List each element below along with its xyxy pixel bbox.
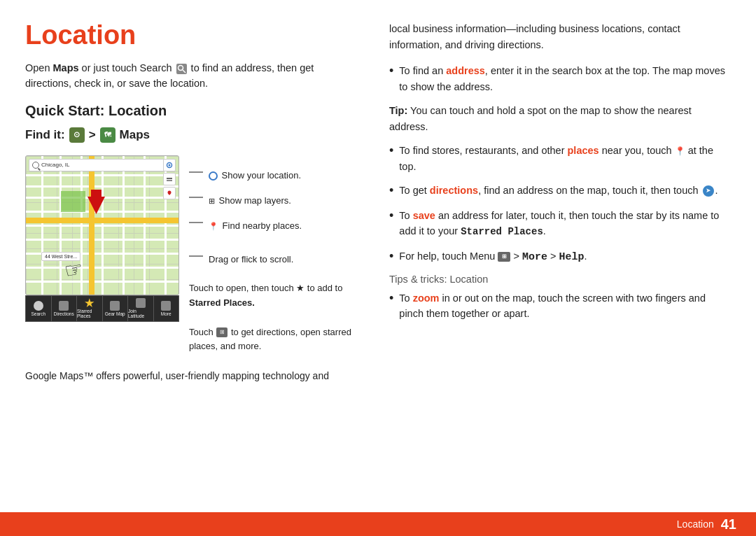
svg-point-4 xyxy=(169,164,171,166)
svg-rect-5 xyxy=(167,178,172,179)
bottom-bar-label: Location xyxy=(677,519,714,530)
home-icon: ⊙ xyxy=(69,127,85,143)
annotation-layers-text: ⊞ Show map layers. xyxy=(209,195,291,207)
map-image-area: Chicago, IL xyxy=(25,155,179,323)
maps-bold: Maps xyxy=(53,62,79,73)
toolbar-gear-label: Gear Map xyxy=(105,311,125,316)
bullet-address: • To find an address, enter it in the se… xyxy=(389,63,731,94)
bullet-list-2: • To find stores, restaurants, and other… xyxy=(389,143,731,265)
toolbar-more-icon xyxy=(161,301,171,311)
chevron-right: > xyxy=(89,128,96,142)
annotation-location: Show your location. xyxy=(189,169,361,182)
annotation-touch-open: Touch to open, then touch ★ to add to St… xyxy=(189,281,361,309)
toolbar-latitude-label: Join Latitude xyxy=(128,309,153,318)
grid-icon: ⊞ xyxy=(216,327,227,337)
bullet-dot-2: • xyxy=(389,143,393,174)
layers-icon: ⊞ xyxy=(209,196,215,206)
maps-label: Maps xyxy=(120,128,150,142)
bullet-help: • For help, touch Menu ⊞ > More > Help. xyxy=(389,248,731,265)
bullet-help-text: For help, touch Menu ⊞ > More > Help. xyxy=(399,248,587,265)
map-toolbar: Search Directions Starred Places Gear Ma… xyxy=(25,295,179,322)
help-mono: Help xyxy=(559,251,584,263)
toolbar-search[interactable]: Search xyxy=(26,296,52,321)
annotation-dash-3 xyxy=(189,222,203,223)
toolbar-directions-label: Directions xyxy=(54,311,74,316)
toolbar-more[interactable]: More xyxy=(154,296,179,321)
bullet-list: • To find an address, enter it in the se… xyxy=(389,63,731,94)
bullet-list-3: • To zoom in or out on the map, touch th… xyxy=(389,290,731,322)
map-search-icon xyxy=(32,162,39,169)
location-btn[interactable] xyxy=(163,159,176,171)
find-it-label: Find it: xyxy=(25,128,65,142)
starred-places-label: Starred Places. xyxy=(189,297,255,308)
toolbar-gear[interactable]: Gear Map xyxy=(103,296,129,321)
bullet-dot-5: • xyxy=(389,248,393,265)
google-maps-text: Google Maps™ offers powerful, user-frien… xyxy=(25,369,361,384)
map-address-label: 44 West Stre... xyxy=(41,252,80,261)
toolbar-gear-icon xyxy=(110,301,120,311)
toolbar-starred-icon xyxy=(85,298,94,308)
bottom-bar-page-number: 41 xyxy=(721,516,736,533)
toolbar-search-icon xyxy=(34,301,43,311)
bullet-directions: • To get directions, find an address on … xyxy=(389,183,731,199)
tip-section: Tip: You can touch and hold a spot on th… xyxy=(389,103,731,134)
map-mock: Chicago, IL xyxy=(25,155,179,295)
map-top-icons xyxy=(163,159,176,199)
toolbar-latitude[interactable]: Join Latitude xyxy=(128,296,154,321)
bullet-directions-text: To get directions, find an address on th… xyxy=(399,183,718,199)
bullet-dot-6: • xyxy=(389,290,393,322)
page-container: Location Open Maps or just touch Search … xyxy=(0,0,756,536)
map-search-text: Chicago, IL xyxy=(41,162,69,168)
annotation-dash-2 xyxy=(189,197,203,198)
svg-marker-9 xyxy=(88,190,105,214)
svg-rect-6 xyxy=(167,180,172,181)
bullet-places-text: To find stores, restaurants, and other p… xyxy=(399,143,731,174)
bottom-bar: Location 41 xyxy=(0,512,756,536)
annotation-nearby-text: 📍 Find nearby places. xyxy=(209,220,302,232)
annotation-grid-directions: Touch ⊞ to get directions, open starred … xyxy=(189,325,361,353)
quick-start-title: Quick Start: Location xyxy=(25,103,361,119)
more-mono: More xyxy=(522,251,547,263)
map-diagram: Chicago, IL xyxy=(25,155,361,353)
toolbar-search-label: Search xyxy=(31,311,46,316)
dir-icon-inline: ➤ xyxy=(703,185,714,197)
toolbar-more-label: More xyxy=(161,311,172,316)
map-search-bar: Chicago, IL xyxy=(29,159,176,171)
maps-icon: 🗺 xyxy=(100,127,115,143)
search-icon-inline xyxy=(176,63,187,73)
annotation-dash-4 xyxy=(189,255,203,257)
annotation-location-text: Show your location. xyxy=(209,169,301,182)
nearby-btn[interactable] xyxy=(163,187,176,199)
tip-label: Tip: xyxy=(389,105,407,116)
annotation-nearby: 📍 Find nearby places. xyxy=(189,220,361,232)
right-intro: local business information—including bus… xyxy=(389,21,731,53)
bullet-dot-4: • xyxy=(389,208,393,240)
bullet-dot-3: • xyxy=(389,183,393,199)
menu-icon-inline: ⊞ xyxy=(498,252,510,262)
bullet-address-text: To find an address, enter it in the sear… xyxy=(399,63,731,94)
annotation-layers: ⊞ Show map layers. xyxy=(189,195,361,207)
toolbar-latitude-icon xyxy=(136,298,146,308)
tips-tricks-title: Tips & tricks: Location xyxy=(389,274,731,285)
layers-btn[interactable] xyxy=(163,173,176,185)
toolbar-starred[interactable]: Starred Places xyxy=(77,296,103,321)
bullet-zoom-text: To zoom in or out on the map, touch the … xyxy=(399,290,731,322)
pin-icon: 📍 xyxy=(209,221,218,232)
toolbar-starred-label: Starred Places xyxy=(77,309,102,318)
map-annotations: Show your location. ⊞ Show map layers. 📍… xyxy=(189,155,361,353)
find-it-row: Find it: ⊙ > 🗺 Maps xyxy=(25,127,361,143)
bullet-save-text: To save an address for later, touch it, … xyxy=(399,208,731,240)
pin-icon-inline: 📍 xyxy=(675,145,685,158)
bullet-save: • To save an address for later, touch it… xyxy=(389,208,731,240)
intro-text: Open Maps or just touch Search to find a… xyxy=(25,60,361,92)
location-circle-icon xyxy=(209,171,218,181)
bullet-zoom: • To zoom in or out on the map, touch th… xyxy=(389,290,731,322)
left-column: Location Open Maps or just touch Search … xyxy=(25,21,361,501)
bullet-places: • To find stores, restaurants, and other… xyxy=(389,143,731,174)
starred-places-mono: Starred Places xyxy=(461,226,543,237)
annotation-drag-text: Drag or flick to scroll. xyxy=(209,253,293,266)
right-column: local business information—including bus… xyxy=(389,21,731,501)
toolbar-directions[interactable]: Directions xyxy=(52,296,78,321)
page-title: Location xyxy=(25,21,361,50)
annotation-dash-1 xyxy=(189,171,203,173)
